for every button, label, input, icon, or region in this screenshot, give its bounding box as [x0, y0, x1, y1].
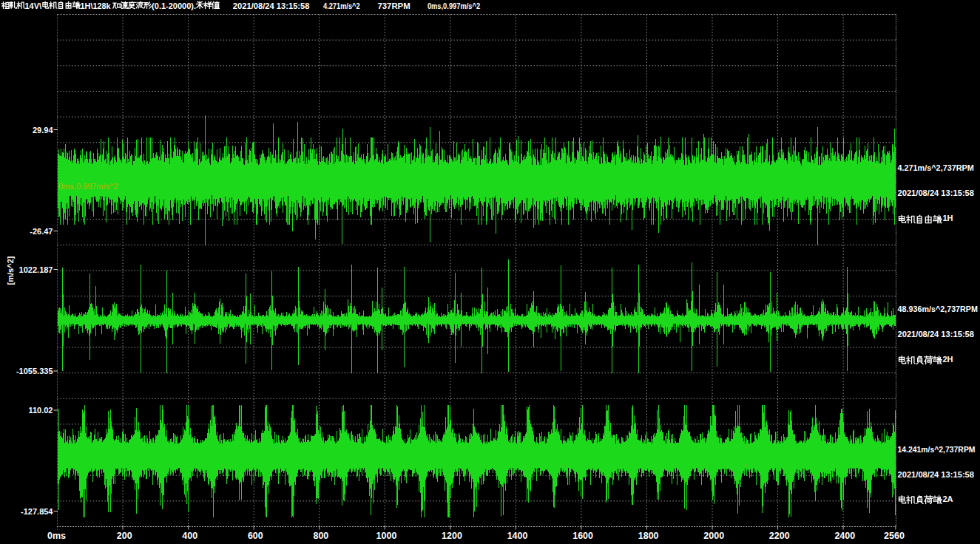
svg-text:1022.187: 1022.187: [19, 265, 53, 274]
svg-text:(0.1-20000).: (0.1-20000).: [152, 1, 196, 10]
svg-text:0ms,0.997m/s^2: 0ms,0.997m/s^2: [58, 182, 118, 191]
svg-text:2A: 2A: [943, 494, 953, 503]
svg-text:737RPM: 737RPM: [377, 1, 410, 10]
svg-text:29.94: 29.94: [33, 126, 53, 135]
svg-text:4.271m/s^2,737RPM: 4.271m/s^2,737RPM: [898, 163, 974, 172]
svg-text:1H: 1H: [943, 214, 953, 222]
svg-text:48.936m/s^2,737RPM: 48.936m/s^2,737RPM: [898, 305, 979, 313]
svg-text:110.02: 110.02: [28, 406, 53, 415]
svg-text:2560: 2560: [884, 531, 905, 541]
svg-text:2021/08/24 13:15:58: 2021/08/24 13:15:58: [233, 1, 310, 10]
svg-text:2021/08/24 13:15:58: 2021/08/24 13:15:58: [898, 330, 975, 339]
svg-text:1H\128k: 1H\128k: [81, 1, 113, 10]
svg-text:[m/s^2]: [m/s^2]: [6, 256, 15, 285]
svg-text:14.241m/s^2,737RPM: 14.241m/s^2,737RPM: [898, 445, 976, 454]
svg-text:2200: 2200: [769, 531, 790, 541]
svg-text:1400: 1400: [507, 531, 528, 541]
svg-text:2000: 2000: [703, 531, 724, 541]
svg-text:800: 800: [313, 531, 328, 541]
svg-text:2H: 2H: [943, 355, 953, 364]
svg-text:1600: 1600: [572, 531, 593, 541]
svg-text:-1055.335: -1055.335: [16, 367, 53, 375]
svg-text:1000: 1000: [376, 531, 397, 541]
svg-text:2021/08/24 13:15:58: 2021/08/24 13:15:58: [898, 188, 975, 197]
svg-text:2021/08/24 13:15:58: 2021/08/24 13:15:58: [898, 470, 975, 479]
svg-text:0ms,0.997m/s^2: 0ms,0.997m/s^2: [428, 1, 480, 10]
svg-text:0ms: 0ms: [47, 531, 66, 541]
svg-text:-127.854: -127.854: [21, 507, 53, 516]
svg-text:600: 600: [248, 531, 263, 541]
svg-text:1200: 1200: [442, 531, 462, 541]
svg-text:14V\: 14V\: [25, 1, 42, 10]
svg-text:200: 200: [117, 531, 132, 541]
svg-text:4.271m/s^2: 4.271m/s^2: [323, 1, 360, 10]
svg-text:-26.47: -26.47: [30, 227, 53, 236]
svg-text:2400: 2400: [834, 531, 855, 541]
svg-text:400: 400: [182, 531, 197, 541]
svg-text:1800: 1800: [638, 531, 659, 541]
